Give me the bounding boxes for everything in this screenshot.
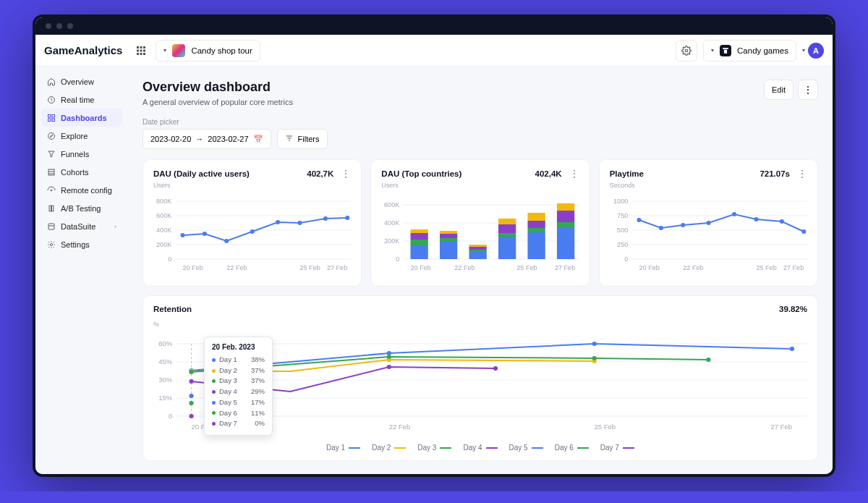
svg-rect-13 <box>48 119 51 122</box>
legend-item[interactable]: Day 4 <box>463 444 497 452</box>
legend-line-icon <box>532 447 543 449</box>
sidebar-item-label: Cohorts <box>61 168 89 177</box>
sidebar-item-remote-config[interactable]: Remote config <box>41 181 122 199</box>
more-menu-icon[interactable]: ⋮ <box>798 80 818 100</box>
sidebar-item-dashboards[interactable]: Dashboards <box>41 109 122 127</box>
card-title: DAU (Daily active users) <box>153 169 250 178</box>
svg-point-44 <box>345 216 349 220</box>
svg-rect-21 <box>48 224 54 229</box>
svg-rect-58 <box>411 240 428 245</box>
user-menu[interactable]: ▾ A <box>802 43 824 59</box>
sidebar-item-explore[interactable]: Explore <box>41 127 122 145</box>
window-dot <box>56 23 62 29</box>
svg-rect-71 <box>498 224 516 233</box>
legend-item[interactable]: Day 3 <box>417 444 451 452</box>
chevron-down-icon: ▾ <box>163 47 166 54</box>
tooltip-row: Day 337% <box>212 376 265 386</box>
filters-button[interactable]: Filters <box>277 129 328 149</box>
svg-rect-7 <box>140 53 142 55</box>
funnel-icon <box>47 150 56 158</box>
svg-point-128 <box>706 358 710 362</box>
svg-point-40 <box>250 229 255 234</box>
tooltip-row: Day 237% <box>212 365 265 376</box>
sidebar-item-a-b-testing[interactable]: A/B Testing <box>41 199 122 217</box>
tooltip-series-dot <box>212 422 216 426</box>
date-to: 2023-02-27 <box>208 135 248 143</box>
main-content: Overview dashboard A general overview of… <box>128 67 833 474</box>
legend-item[interactable]: Day 1 <box>326 444 360 452</box>
svg-point-96 <box>658 226 663 230</box>
y-axis-label: Seconds <box>610 182 807 189</box>
app-window: GameAnalytics ▾ Candy shop tour ▾ C <box>33 14 835 477</box>
svg-text:0: 0 <box>396 255 400 263</box>
sidebar-item-cohorts[interactable]: Cohorts <box>41 163 122 181</box>
tooltip-date: 20 Feb. 2023 <box>212 343 265 351</box>
legend-item[interactable]: Day 7 <box>600 444 634 452</box>
tooltip-series-value: 38% <box>251 355 265 365</box>
svg-text:1000: 1000 <box>613 198 628 205</box>
svg-rect-73 <box>528 232 545 259</box>
sidebar-item-real-time[interactable]: Real time <box>41 90 122 109</box>
svg-point-97 <box>681 223 685 227</box>
svg-text:22 Feb: 22 Feb <box>683 264 703 271</box>
data-icon <box>47 222 56 231</box>
svg-text:400K: 400K <box>156 227 171 234</box>
date-from: 2023-02-20 <box>150 135 191 143</box>
legend-item[interactable]: Day 5 <box>509 444 543 452</box>
sidebar-item-label: Explore <box>61 132 88 140</box>
sidebar-item-label: Settings <box>61 240 90 249</box>
card-value: 721.07s <box>760 169 790 178</box>
svg-rect-78 <box>557 222 574 228</box>
chevron-down-icon: ▾ <box>711 47 714 54</box>
svg-point-101 <box>780 219 784 224</box>
svg-point-134 <box>189 414 193 418</box>
legend-item[interactable]: Day 6 <box>555 444 589 452</box>
apps-grid-icon[interactable] <box>131 41 151 61</box>
settings-gear-icon[interactable] <box>676 40 697 62</box>
date-picker[interactable]: 2023-02-20 → 2023-02-27 📅 <box>142 129 271 149</box>
game-selector[interactable]: ▾ Candy shop tour <box>156 40 260 62</box>
legend-item[interactable]: Day 2 <box>372 444 406 452</box>
tooltip-series-name: Day 4 <box>219 386 237 397</box>
card-menu-icon[interactable]: ⋮ <box>341 169 351 179</box>
card-menu-icon[interactable]: ⋮ <box>797 169 807 179</box>
sidebar-item-label: Dashboards <box>61 114 107 122</box>
svg-point-98 <box>706 221 710 225</box>
tooltip-series-name: Day 6 <box>219 408 237 419</box>
game-app-icon <box>172 44 185 57</box>
edit-button[interactable]: Edit <box>764 80 793 100</box>
svg-rect-57 <box>411 245 428 259</box>
y-axis-label: % <box>153 321 807 328</box>
edit-label: Edit <box>772 85 786 94</box>
compass-icon <box>47 132 56 140</box>
svg-text:250: 250 <box>617 241 628 248</box>
sidebar-item-label: Overview <box>61 77 94 86</box>
svg-rect-64 <box>440 231 457 234</box>
svg-text:600K: 600K <box>384 201 399 208</box>
brand-logo: GameAnalytics <box>44 44 122 56</box>
card-title: Retention <box>153 305 192 313</box>
card-menu-icon[interactable]: ⋮ <box>569 169 579 179</box>
svg-text:0: 0 <box>624 255 628 263</box>
svg-text:45%: 45% <box>158 358 172 365</box>
org-name: Candy games <box>737 46 788 55</box>
sidebar-item-funnels[interactable]: Funnels <box>41 145 122 163</box>
window-dot <box>46 23 51 29</box>
legend-label: Day 2 <box>372 444 391 452</box>
sidebar-item-overview[interactable]: Overview <box>41 72 122 90</box>
card-retention: Retention 39.82% % 20 Feb. 2023 Day 138%… <box>142 295 818 461</box>
retention-legend: Day 1Day 2Day 3Day 4Day 5Day 6Day 7 <box>153 444 807 452</box>
tooltip-series-name: Day 7 <box>219 418 237 429</box>
svg-rect-66 <box>469 250 487 252</box>
org-selector[interactable]: ▾ Candy games <box>703 40 796 62</box>
svg-point-9 <box>685 49 688 52</box>
sidebar-item-settings[interactable]: Settings <box>41 235 122 253</box>
svg-point-95 <box>637 218 641 222</box>
svg-text:27 Feb: 27 Feb <box>555 264 575 271</box>
sidebar-item-datasuite[interactable]: DataSuite› <box>41 217 122 235</box>
svg-rect-63 <box>440 234 457 238</box>
svg-text:25 Feb: 25 Feb <box>595 423 616 431</box>
sidebar-item-label: Remote config <box>61 186 112 195</box>
legend-label: Day 4 <box>463 444 482 452</box>
date-picker-label: Date picker <box>142 118 271 126</box>
